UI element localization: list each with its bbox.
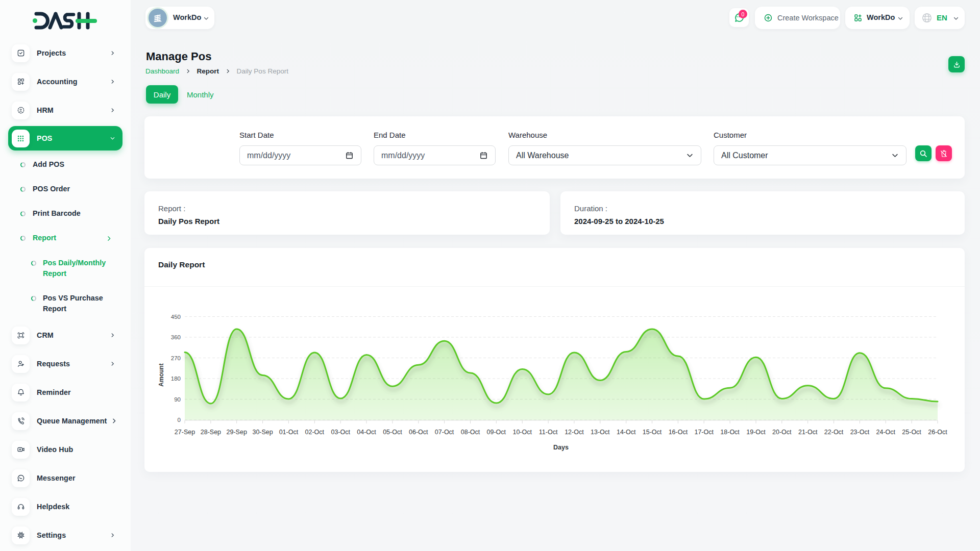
- svg-text:21-Oct: 21-Oct: [798, 429, 818, 436]
- svg-text:28-Sep: 28-Sep: [201, 429, 221, 436]
- svg-text:90: 90: [174, 396, 181, 403]
- svg-text:23-Oct: 23-Oct: [850, 429, 870, 436]
- svg-text:450: 450: [171, 314, 181, 320]
- svg-text:02-Oct: 02-Oct: [305, 429, 325, 436]
- svg-text:12-Oct: 12-Oct: [565, 429, 584, 436]
- svg-text:07-Oct: 07-Oct: [435, 429, 454, 436]
- svg-text:180: 180: [171, 375, 181, 382]
- svg-text:05-Oct: 05-Oct: [383, 429, 402, 436]
- svg-text:Amount: Amount: [158, 363, 165, 386]
- svg-text:17-Oct: 17-Oct: [694, 429, 714, 436]
- svg-text:18-Oct: 18-Oct: [720, 429, 740, 436]
- svg-text:29-Sep: 29-Sep: [227, 429, 247, 436]
- svg-text:30-Sep: 30-Sep: [252, 429, 273, 436]
- svg-text:19-Oct: 19-Oct: [746, 429, 766, 436]
- svg-text:15-Oct: 15-Oct: [643, 429, 662, 436]
- svg-text:01-Oct: 01-Oct: [279, 429, 299, 436]
- svg-text:0: 0: [178, 417, 181, 423]
- svg-text:09-Oct: 09-Oct: [487, 429, 506, 436]
- svg-text:06-Oct: 06-Oct: [409, 429, 428, 436]
- svg-text:Days: Days: [553, 444, 569, 451]
- svg-text:26-Oct: 26-Oct: [928, 429, 947, 436]
- svg-text:360: 360: [171, 334, 181, 340]
- svg-text:25-Oct: 25-Oct: [902, 429, 921, 436]
- svg-text:27-Sep: 27-Sep: [175, 429, 195, 436]
- svg-text:22-Oct: 22-Oct: [824, 429, 844, 436]
- svg-text:04-Oct: 04-Oct: [357, 429, 376, 436]
- svg-text:14-Oct: 14-Oct: [617, 429, 636, 436]
- svg-text:16-Oct: 16-Oct: [669, 429, 688, 436]
- svg-text:20-Oct: 20-Oct: [772, 429, 792, 436]
- svg-text:08-Oct: 08-Oct: [461, 429, 480, 436]
- svg-text:11-Oct: 11-Oct: [539, 429, 558, 436]
- svg-text:03-Oct: 03-Oct: [331, 429, 350, 436]
- svg-text:13-Oct: 13-Oct: [591, 429, 610, 436]
- svg-text:270: 270: [171, 355, 181, 361]
- svg-text:24-Oct: 24-Oct: [876, 429, 896, 436]
- svg-text:10-Oct: 10-Oct: [512, 429, 532, 436]
